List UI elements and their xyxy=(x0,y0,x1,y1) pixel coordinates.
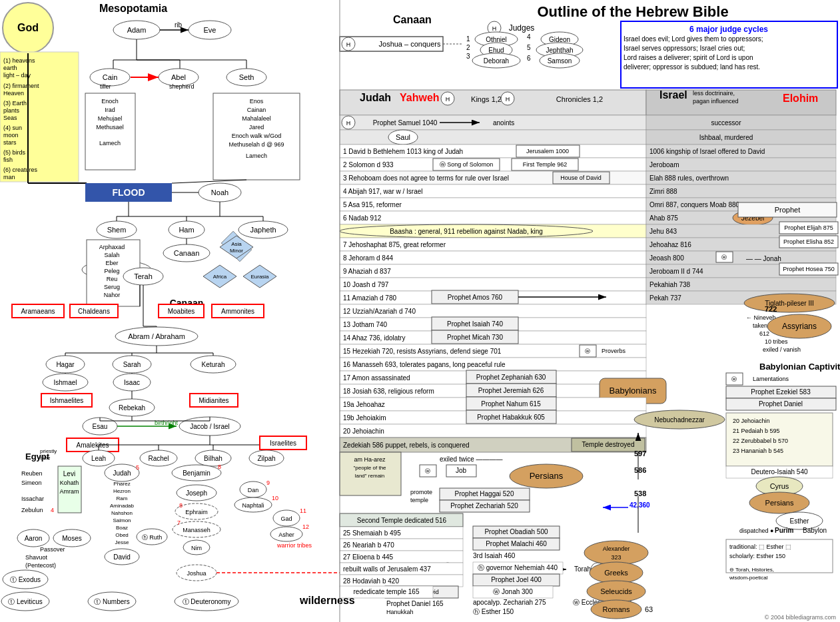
svg-text:ⓗ Ruth: ⓗ Ruth xyxy=(142,534,163,541)
svg-text:Prophet Hosea 750: Prophet Hosea 750 xyxy=(783,266,835,272)
svg-text:Zedekiah 586  puppet, rebels, : Zedekiah 586 puppet, rebels, is conquere… xyxy=(343,442,470,449)
svg-text:Nahor: Nahor xyxy=(104,292,121,298)
svg-text:538: 538 xyxy=(634,489,646,497)
svg-text:Aaron: Aaron xyxy=(25,535,43,542)
svg-text:Leah: Leah xyxy=(91,455,106,462)
svg-text:5: 5 xyxy=(136,464,139,471)
svg-text:Canaan: Canaan xyxy=(174,249,200,257)
svg-text:Prophet Amos   760: Prophet Amos 760 xyxy=(448,294,503,301)
svg-text:Boaz: Boaz xyxy=(116,525,128,531)
svg-text:Job: Job xyxy=(456,467,467,474)
svg-text:H: H xyxy=(446,96,450,103)
svg-rect-50 xyxy=(85,93,135,170)
svg-text:11 Amaziah d 780: 11 Amaziah d 780 xyxy=(343,294,396,302)
svg-text:27 Elioena b 445: 27 Elioena b 445 xyxy=(343,553,394,561)
svg-text:323: 323 xyxy=(611,554,621,561)
svg-text:Prophet Samuel 1040: Prophet Samuel 1040 xyxy=(373,119,438,127)
svg-text:63: 63 xyxy=(645,605,653,613)
svg-text:Canaan: Canaan xyxy=(393,14,432,25)
svg-text:Prophet Isaiah  740: Prophet Isaiah 740 xyxy=(447,320,503,328)
svg-text:Prophet Elijah 875: Prophet Elijah 875 xyxy=(784,224,833,231)
svg-text:4: 4 xyxy=(51,507,54,513)
svg-text:Pekah 737: Pekah 737 xyxy=(649,294,681,302)
svg-text:19b Jehoiakim: 19b Jehoiakim xyxy=(343,414,386,422)
svg-text:rebuilt walls of Jerusalem 437: rebuilt walls of Jerusalem 437 xyxy=(343,565,431,573)
svg-text:Greeks: Greeks xyxy=(604,569,628,577)
svg-text:28 Hodaviah b 420: 28 Hodaviah b 420 xyxy=(343,577,399,585)
svg-text:Prophet Jeremiah  626: Prophet Jeremiah 626 xyxy=(478,387,544,394)
svg-text:Seth: Seth xyxy=(239,73,254,81)
svg-text:(1) heavens: (1) heavens xyxy=(3,57,35,64)
svg-text:12: 12 xyxy=(302,523,309,530)
svg-rect-301 xyxy=(340,130,646,145)
svg-text:Cainan: Cainan xyxy=(247,107,266,113)
svg-text:Ephraim: Ephraim xyxy=(185,509,208,515)
svg-text:(Pentecost): (Pentecost) xyxy=(25,562,56,569)
svg-text:Prophet Daniel   165: Prophet Daniel 165 xyxy=(386,600,444,607)
svg-text:Salah: Salah xyxy=(104,252,119,258)
svg-text:2: 2 xyxy=(466,44,470,51)
svg-text:Deborah: Deborah xyxy=(484,57,509,65)
svg-text:land" remain: land" remain xyxy=(355,473,385,479)
svg-text:Esther: Esther xyxy=(790,517,810,525)
svg-text:Ishmaelites: Ishmaelites xyxy=(50,397,84,404)
svg-text:Elohim: Elohim xyxy=(783,93,818,104)
svg-text:Persians: Persians xyxy=(765,499,794,507)
svg-text:20 Jehoiachin: 20 Jehoiachin xyxy=(733,418,770,424)
svg-text:am Ha-arez: am Ha-arez xyxy=(354,456,386,463)
svg-text:Jehu 843: Jehu 843 xyxy=(649,228,677,235)
svg-text:ⓣ Numbers: ⓣ Numbers xyxy=(94,598,129,605)
svg-text:tiller: tiller xyxy=(100,83,111,90)
svg-text:7 Jehoshaphat 875, great refor: 7 Jehoshaphat 875, great reformer xyxy=(343,241,446,248)
svg-text:shepherd: shepherd xyxy=(169,83,195,90)
svg-text:dispatched ●: dispatched ● xyxy=(739,527,773,534)
svg-text:26 Neariah b 470: 26 Neariah b 470 xyxy=(343,541,394,549)
svg-point-498 xyxy=(584,541,648,565)
svg-text:Yahweh: Yahweh xyxy=(400,92,440,103)
svg-text:← Nineveh: ← Nineveh xyxy=(746,314,776,321)
svg-text:Asher: Asher xyxy=(278,531,294,538)
svg-text:H: H xyxy=(506,96,510,103)
svg-text:Prophet Malachi   460: Prophet Malachi 460 xyxy=(486,540,547,547)
svg-text:earth: earth xyxy=(3,65,17,71)
svg-text:Nebuchadnezzar: Nebuchadnezzar xyxy=(654,416,705,424)
svg-text:597: 597 xyxy=(634,450,646,458)
svg-text:Prophet Habakkuk  605: Prophet Habakkuk 605 xyxy=(477,414,545,421)
svg-text:Zimri 888: Zimri 888 xyxy=(649,188,677,195)
svg-text:Lamentations: Lamentations xyxy=(753,376,789,382)
svg-text:18 Josiah 638, religious refor: 18 Josiah 638, religious reform xyxy=(343,388,434,395)
svg-text:Joshua: Joshua xyxy=(187,570,206,577)
svg-text:(2) firmament: (2) firmament xyxy=(3,83,39,89)
svg-text:ⓣ Leviticus: ⓣ Leviticus xyxy=(8,598,43,605)
svg-text:Prophet Elisha 852: Prophet Elisha 852 xyxy=(783,238,834,245)
svg-text:Jared: Jared xyxy=(249,124,264,131)
svg-text:(3) Earth: (3) Earth xyxy=(3,100,27,107)
svg-text:1006 kingship of Israel offere: 1006 kingship of Israel offered to David xyxy=(649,148,765,155)
svg-text:Chaldeans: Chaldeans xyxy=(78,308,110,315)
svg-text:3 Rehoboam does not agree to t: 3 Rehoboam does not agree to terms for r… xyxy=(343,174,509,182)
svg-text:42,360: 42,360 xyxy=(630,501,650,509)
svg-text:tribe: tribe xyxy=(40,455,51,461)
svg-text:20 Jehoiachin: 20 Jehoiachin xyxy=(343,428,384,435)
svg-text:612: 612 xyxy=(759,330,769,337)
svg-text:Ham: Ham xyxy=(179,226,194,234)
svg-text:(4) sun: (4) sun xyxy=(3,125,22,131)
svg-text:11: 11 xyxy=(300,507,306,514)
svg-text:Jeroboam II d 744: Jeroboam II d 744 xyxy=(649,268,703,275)
svg-text:plants: plants xyxy=(3,107,20,114)
svg-text:Passover: Passover xyxy=(40,546,65,553)
svg-text:6 major judge cycles: 6 major judge cycles xyxy=(689,25,768,34)
svg-text:Gad: Gad xyxy=(280,515,292,522)
svg-text:9 Ahaziah d 837: 9 Ahaziah d 837 xyxy=(343,268,391,275)
svg-text:Israel serves oppressors; Isra: Israel serves oppressors; Israel cries o… xyxy=(624,45,745,52)
svg-text:anoints: anoints xyxy=(493,119,514,127)
svg-text:ⓣ Exodus: ⓣ Exodus xyxy=(10,576,41,583)
svg-text:586: 586 xyxy=(634,466,646,474)
svg-text:8 Jehoram d 844: 8 Jehoram d 844 xyxy=(343,254,393,262)
svg-text:Moabites: Moabites xyxy=(168,308,195,315)
svg-text:Outline of the Hebrew Bible: Outline of the Hebrew Bible xyxy=(537,3,728,20)
svg-text:Simeon: Simeon xyxy=(21,479,42,486)
svg-text:exiled / vanish: exiled / vanish xyxy=(763,346,801,353)
svg-text:Africa: Africa xyxy=(213,274,227,280)
svg-text:722: 722 xyxy=(765,305,777,313)
